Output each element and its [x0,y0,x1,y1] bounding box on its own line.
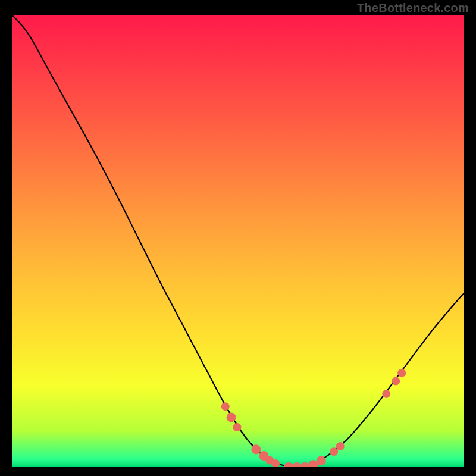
attribution-text: TheBottleneck.com [357,1,469,15]
data-marker [284,462,293,467]
data-marker [233,423,241,431]
data-marker [336,442,345,450]
plot-area [12,15,464,467]
data-marker [227,412,236,422]
data-marker [397,369,406,377]
data-marker [330,447,338,456]
data-marker [392,377,400,386]
data-marker [317,456,326,465]
bottleneck-curve [12,15,464,467]
curve-layer [12,15,464,467]
data-marker [382,390,390,398]
data-marker [308,460,318,467]
marker-group [221,369,406,467]
data-marker [251,444,261,454]
chart-frame: TheBottleneck.com [0,0,476,476]
data-marker [292,462,302,467]
data-marker [221,402,230,411]
data-marker [300,462,309,467]
